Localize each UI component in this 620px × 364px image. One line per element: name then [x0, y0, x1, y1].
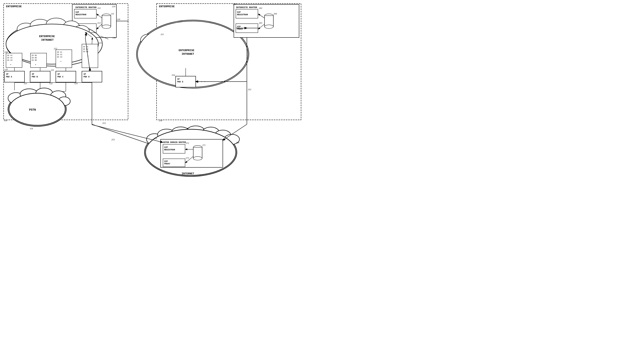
ref-123: 123 [74, 82, 78, 85]
ref-264: 264 [274, 13, 277, 15]
ref-121: 121 [24, 82, 27, 85]
left-id-a1: ID A1 [7, 55, 13, 57]
left-id-c1: ID C1 [57, 51, 62, 53]
right-intersite-router-label: INTERSITE ROUTER [236, 6, 257, 9]
pbx-d-down-line2 [92, 125, 163, 142]
left-id-c-dots: • [60, 60, 62, 63]
left-id-c2: ID C2 [57, 54, 62, 56]
ref-222: 222 [54, 47, 57, 50]
inter-domain-router-label: INTER DOMAIN ROUTER [163, 141, 186, 144]
left-id-a-dots: • [10, 64, 12, 66]
ref-120: 120 [4, 68, 8, 71]
right-sip-proxy-label2: PROXY [237, 28, 243, 30]
internet-label: INTERNET [182, 172, 194, 175]
right-intersite-db-bottom [264, 25, 273, 29]
ref-114: 114 [30, 127, 33, 130]
internet-db-bottom [193, 157, 202, 160]
left-enterprise-label: ENTERPRISE [6, 5, 22, 8]
left-intersite-router-label: INTERSITE ROUTER [75, 6, 96, 9]
left-pbx-d-label1: IP [83, 73, 86, 75]
left-id-c3: ID C3 [57, 56, 62, 58]
left-pbx-c-label2: PBX C [57, 76, 63, 78]
ref-223: 223 [98, 42, 102, 44]
left-pbx-b-label2: PBX B [32, 76, 38, 78]
right-sip-registrar-label1: SIP [237, 11, 241, 14]
left-pbx-d-label2: PBX D [83, 76, 90, 78]
ref-272: 272 [186, 142, 189, 144]
ref-253-label: 253 [102, 122, 106, 124]
ref-271: 271 [202, 144, 206, 146]
left-intranet-label2: INTRANET [41, 39, 54, 42]
svg-point-17 [9, 93, 65, 125]
right-sip-proxy-label1: SIP [237, 26, 241, 28]
right-enterprise-label: ENTERPRISE [159, 5, 175, 8]
pbx-e-dots: • • • [198, 80, 205, 83]
left-id-d1: ID D1 [83, 46, 88, 48]
left-id-b2: ID B2 [31, 57, 37, 59]
ref-254: 254 [172, 74, 175, 76]
ref-110: 110 [4, 119, 7, 122]
left-sip-registrar-label2: REGISTRAR [76, 14, 86, 16]
left-id-d2: ID D2 [83, 48, 88, 50]
right-intranet-label2: INTRANET [182, 53, 194, 56]
ref-122: 122 [49, 82, 53, 85]
left-intranet-label1: ENTERPRISE [39, 35, 55, 38]
ref-252: 252 [248, 88, 251, 91]
left-id-a3: ID A3 [7, 59, 13, 61]
left-id-b1: ID B1 [31, 55, 37, 57]
ref-262: 262 [259, 7, 262, 9]
ref-212: 212 [97, 7, 101, 9]
ref-260: 260 [233, 3, 236, 5]
left-id-a2: ID A2 [7, 57, 13, 59]
ref-130: 130 [112, 36, 116, 39]
ref-270: 270 [154, 137, 157, 140]
ref-221: 221 [51, 69, 54, 71]
ref-220: 220 [4, 51, 8, 53]
left-pbx-a-label1: IP [6, 73, 8, 75]
ref-130-top: 130 [117, 18, 120, 20]
ref-251: 251 [161, 33, 164, 35]
left-pbx-c-label1: IP [57, 73, 60, 75]
internet-sip-proxy-label1: SIP [164, 160, 168, 162]
left-id-b-dots: • [35, 64, 36, 66]
left-intersite-db-bottom [102, 25, 111, 29]
ref-213: 213 [97, 22, 101, 24]
right-intranet-label1: ENTERPRISE [179, 49, 194, 52]
left-pbx-b-label1: IP [32, 73, 34, 75]
ref-211: 211 [111, 13, 114, 15]
right-sip-registrar-label2: REGISTRAR [237, 14, 248, 16]
internet-sip-registrar-label1: SIP [164, 146, 168, 148]
left-id-b3: ID B3 [31, 59, 37, 61]
internet-sip-proxy-label2: PROXY [164, 163, 170, 165]
ref-253: 253 [111, 138, 115, 141]
left-pbx-a-label2: PBX A [6, 76, 12, 78]
internet-sip-registrar-label2: REGISTRAR [164, 149, 175, 151]
ref-273: 273 [186, 157, 189, 159]
ref-210: 210 [112, 5, 115, 8]
ref-250: 250 [159, 119, 162, 122]
line-253 [92, 124, 151, 144]
left-sip-registrar-label1: SIP [76, 11, 79, 14]
ref-280: 280 [236, 141, 239, 144]
pstn-label: PSTN [29, 108, 36, 111]
ref-263: 263 [259, 22, 262, 24]
network-diagram: ENTERPRISE INTERSITE ROUTER SIP REGISTRA… [0, 0, 310, 182]
right-pbx-e-label1: IP [177, 78, 180, 80]
right-pbx-e-label2: PBX E [177, 81, 183, 83]
